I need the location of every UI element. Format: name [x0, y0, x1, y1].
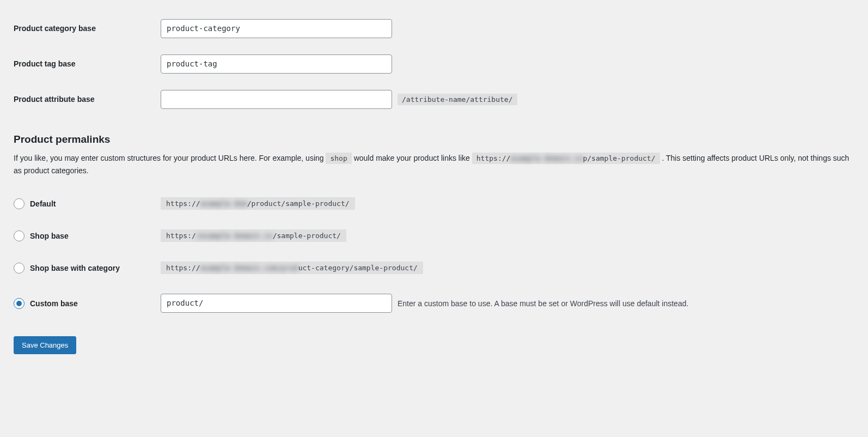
- default-url-example: https://example-dom/product/sample-produ…: [161, 197, 355, 210]
- attribute-base-label: Product attribute base: [14, 82, 161, 117]
- product-permalinks-heading: Product permalinks: [14, 133, 854, 145]
- permalink-options-table: Default https://example-dom/product/samp…: [14, 187, 854, 323]
- shop-base-url-example: https://example-domain.co/sample-product…: [161, 229, 346, 242]
- attribute-base-hint: /attribute-name/attribute/: [398, 94, 517, 105]
- custom-base-help: Enter a custom base to use. A base must …: [398, 299, 688, 308]
- shop-base-radio[interactable]: [14, 230, 25, 241]
- tag-base-input[interactable]: [161, 54, 392, 74]
- custom-base-input[interactable]: [161, 294, 392, 313]
- default-option-label[interactable]: Default: [14, 198, 155, 209]
- example-code-shop: shop: [326, 153, 351, 164]
- custom-base-radio[interactable]: [14, 298, 25, 309]
- shop-base-cat-url-example: https://example-domain.com/product-categ…: [161, 262, 423, 274]
- permalinks-description: If you like, you may enter custom struct…: [14, 152, 854, 177]
- permalink-bases-table: Product category base Product tag base P…: [14, 11, 854, 117]
- category-base-label: Product category base: [14, 11, 161, 46]
- custom-base-option-label[interactable]: Custom base: [14, 298, 155, 309]
- shop-base-cat-radio[interactable]: [14, 263, 25, 274]
- tag-base-label: Product tag base: [14, 46, 161, 82]
- default-radio[interactable]: [14, 198, 25, 209]
- category-base-input[interactable]: [161, 19, 392, 38]
- shop-base-cat-option-label[interactable]: Shop base with category: [14, 263, 155, 274]
- attribute-base-input[interactable]: [161, 90, 392, 109]
- shop-base-option-label[interactable]: Shop base: [14, 230, 155, 241]
- example-url-code: https://example-domain.cop/sample-produc…: [472, 153, 660, 164]
- save-changes-button[interactable]: Save Changes: [14, 336, 76, 354]
